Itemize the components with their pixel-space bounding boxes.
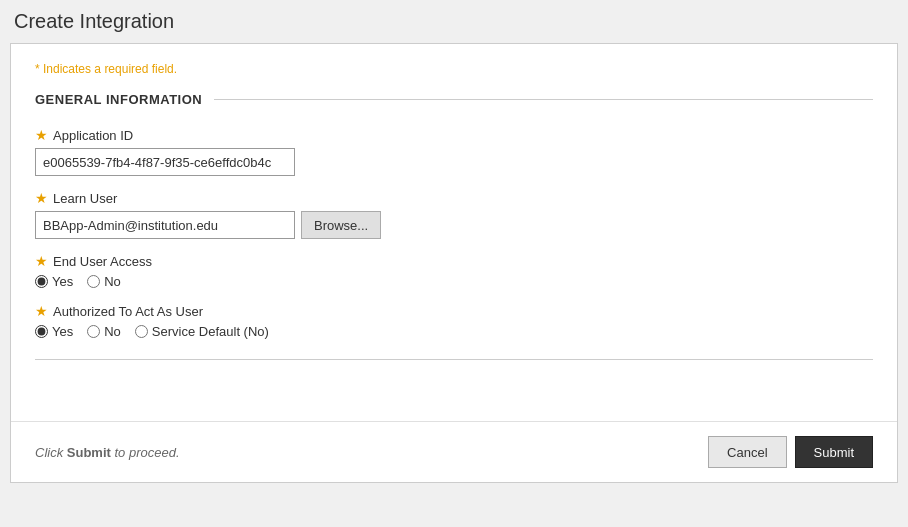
footer-hint-bold: Submit <box>67 445 111 460</box>
required-star-learn-user: ★ <box>35 190 48 206</box>
footer-hint-suffix: to proceed. <box>111 445 180 460</box>
authorized-no-label: No <box>104 324 121 339</box>
end-user-access-label-text: End User Access <box>53 254 152 269</box>
footer-buttons: Cancel Submit <box>708 436 873 468</box>
authorized-yes-radio[interactable] <box>35 325 48 338</box>
application-id-input[interactable] <box>35 148 295 176</box>
required-star-end-user: ★ <box>35 253 48 269</box>
end-user-access-yes-option[interactable]: Yes <box>35 274 73 289</box>
cancel-button[interactable]: Cancel <box>708 436 786 468</box>
learn-user-label: ★ Learn User <box>35 190 873 206</box>
section-divider <box>214 99 873 100</box>
form-container: * Indicates a required field. GENERAL IN… <box>10 43 898 483</box>
authorized-act-group: ★ Authorized To Act As User Yes No Servi… <box>35 303 873 339</box>
authorized-act-label: ★ Authorized To Act As User <box>35 303 873 319</box>
authorized-no-option[interactable]: No <box>87 324 121 339</box>
authorized-no-radio[interactable] <box>87 325 100 338</box>
end-user-access-yes-radio[interactable] <box>35 275 48 288</box>
form-divider <box>35 359 873 360</box>
end-user-access-no-radio[interactable] <box>87 275 100 288</box>
end-user-access-options: Yes No <box>35 274 873 289</box>
end-user-access-no-label: No <box>104 274 121 289</box>
submit-button[interactable]: Submit <box>795 436 873 468</box>
learn-user-group: ★ Learn User Browse... <box>35 190 873 239</box>
footer-hint: Click Submit to proceed. <box>35 445 180 460</box>
required-star-authorized: ★ <box>35 303 48 319</box>
authorized-yes-option[interactable]: Yes <box>35 324 73 339</box>
required-note: * Indicates a required field. <box>35 62 873 76</box>
application-id-label-text: Application ID <box>53 128 133 143</box>
authorized-yes-label: Yes <box>52 324 73 339</box>
learn-user-input-row: Browse... <box>35 211 873 239</box>
form-body: * Indicates a required field. GENERAL IN… <box>11 44 897 421</box>
authorized-service-default-label: Service Default (No) <box>152 324 269 339</box>
authorized-service-default-radio[interactable] <box>135 325 148 338</box>
section-header: GENERAL INFORMATION <box>35 92 873 107</box>
authorized-service-default-option[interactable]: Service Default (No) <box>135 324 269 339</box>
form-footer: Click Submit to proceed. Cancel Submit <box>11 421 897 482</box>
footer-hint-prefix: Click <box>35 445 67 460</box>
required-note-text: * Indicates a required field. <box>35 62 177 76</box>
application-id-label: ★ Application ID <box>35 127 873 143</box>
learn-user-label-text: Learn User <box>53 191 117 206</box>
learn-user-input[interactable] <box>35 211 295 239</box>
authorized-act-options: Yes No Service Default (No) <box>35 324 873 339</box>
authorized-act-label-text: Authorized To Act As User <box>53 304 203 319</box>
end-user-access-no-option[interactable]: No <box>87 274 121 289</box>
end-user-access-yes-label: Yes <box>52 274 73 289</box>
required-star-app-id: ★ <box>35 127 48 143</box>
application-id-group: ★ Application ID <box>35 127 873 176</box>
browse-button[interactable]: Browse... <box>301 211 381 239</box>
section-title: GENERAL INFORMATION <box>35 92 202 107</box>
end-user-access-group: ★ End User Access Yes No <box>35 253 873 289</box>
page-title: Create Integration <box>0 0 908 43</box>
end-user-access-label: ★ End User Access <box>35 253 873 269</box>
